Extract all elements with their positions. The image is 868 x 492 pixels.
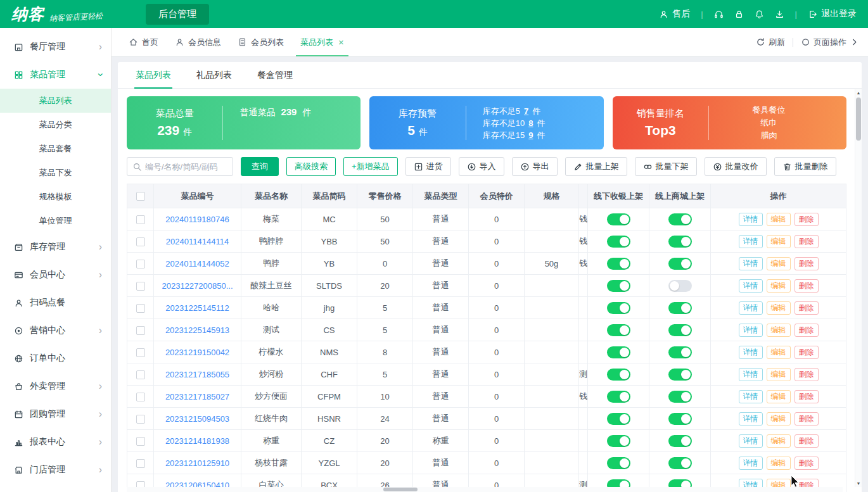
delete-button[interactable]: 删除	[795, 257, 819, 270]
row-checkbox[interactable]	[136, 260, 145, 268]
row-checkbox[interactable]	[136, 326, 145, 335]
online-mall-toggle[interactable]	[668, 369, 692, 381]
detail-button[interactable]: 详情	[739, 213, 763, 226]
content-tab-box-manage[interactable]: 餐盒管理	[256, 63, 294, 88]
scroll-down-arrow[interactable]: ▼	[855, 480, 862, 487]
edit-button[interactable]: 编辑	[767, 301, 791, 315]
vertical-scrollbar[interactable]: ▲ ▼	[855, 89, 862, 487]
delete-button[interactable]: 删除	[795, 346, 819, 359]
row-checkbox[interactable]	[136, 437, 145, 446]
online-mall-toggle[interactable]	[668, 457, 692, 469]
dish-code-link[interactable]: 20240119180746	[165, 215, 229, 224]
dish-code-link[interactable]: 20240114144114	[166, 237, 229, 246]
offline-pos-toggle[interactable]	[607, 213, 630, 225]
search-input[interactable]	[145, 162, 227, 172]
dish-code-link[interactable]: 20231215094503	[165, 414, 229, 424]
sidebar-item-dish[interactable]: 菜品管理›	[0, 61, 111, 89]
sidebar-item-report[interactable]: 报表中心›	[0, 428, 111, 456]
headset-icon[interactable]	[714, 9, 724, 19]
delete-button[interactable]: 删除	[795, 279, 819, 293]
online-mall-toggle[interactable]	[668, 413, 692, 425]
sidebar-item-store[interactable]: 门店管理›	[0, 456, 111, 484]
dish-code-link[interactable]: 20231217185055	[165, 370, 229, 379]
dish-code-link[interactable]: 20231210125910	[165, 458, 229, 468]
batch-delete-button[interactable]: 批量删除	[774, 157, 836, 176]
h-scrollbar-thumb[interactable]	[383, 488, 418, 491]
download-icon[interactable]	[775, 9, 784, 19]
offline-pos-toggle[interactable]	[607, 324, 630, 336]
edit-button[interactable]: 编辑	[767, 434, 791, 448]
offline-pos-toggle[interactable]	[607, 346, 630, 358]
sidebar-item-member[interactable]: 会员中心›	[0, 261, 111, 289]
detail-button[interactable]: 详情	[739, 324, 763, 337]
delete-button[interactable]: 删除	[795, 235, 819, 248]
sidebar-subitem-dish-combo[interactable]: 菜品套餐	[0, 137, 111, 161]
content-tab-dish-list[interactable]: 菜品列表	[134, 63, 172, 88]
sidebar-item-marketing[interactable]: 营销中心›	[0, 317, 111, 344]
logout-button[interactable]: 退出登录	[808, 8, 857, 20]
offline-pos-toggle[interactable]	[607, 435, 630, 447]
sidebar-item-takeout[interactable]: 外卖管理›	[0, 372, 111, 400]
sidebar-item-inventory[interactable]: 库存管理›	[0, 233, 111, 261]
delete-button[interactable]: 删除	[795, 457, 819, 470]
sidebar-subitem-dish-dispatch[interactable]: 菜品下发	[0, 161, 111, 185]
edit-button[interactable]: 编辑	[767, 213, 791, 226]
purchase-button[interactable]: 进货	[405, 157, 451, 176]
online-mall-toggle[interactable]	[668, 324, 692, 336]
delete-button[interactable]: 删除	[795, 368, 819, 381]
after-sales-button[interactable]: 售后	[659, 8, 690, 20]
edit-button[interactable]: 编辑	[767, 457, 791, 470]
page-ops-button[interactable]: 页面操作	[801, 37, 859, 48]
edit-button[interactable]: 编辑	[767, 279, 791, 293]
detail-button[interactable]: 详情	[739, 257, 763, 270]
row-checkbox[interactable]	[136, 282, 145, 291]
edit-button[interactable]: 编辑	[767, 346, 791, 359]
edit-button[interactable]: 编辑	[767, 368, 791, 381]
content-tab-gift-list[interactable]: 礼品列表	[195, 63, 233, 88]
sidebar-item-settings[interactable]: 系统设置›	[0, 484, 111, 492]
dish-code-link[interactable]: 20231219150042	[165, 348, 229, 357]
refresh-button[interactable]: 刷新	[756, 37, 785, 48]
offline-pos-toggle[interactable]	[607, 369, 630, 381]
bell-icon[interactable]	[755, 9, 764, 19]
edit-button[interactable]: 编辑	[767, 257, 791, 270]
stock-count-link[interactable]: 7	[524, 105, 528, 117]
search-button[interactable]: 查询	[241, 157, 279, 176]
row-checkbox[interactable]	[136, 459, 145, 468]
dish-code-link[interactable]: 20240114144052	[165, 259, 229, 268]
delete-button[interactable]: 删除	[795, 324, 819, 337]
sidebar-subitem-dish-category[interactable]: 菜品分类	[0, 113, 111, 137]
offline-pos-toggle[interactable]	[607, 457, 630, 469]
lock-icon[interactable]	[734, 9, 744, 19]
online-mall-toggle[interactable]	[668, 258, 692, 270]
sidebar-item-restaurant[interactable]: 餐厅管理›	[0, 33, 111, 61]
online-mall-toggle[interactable]	[668, 435, 692, 447]
online-mall-toggle[interactable]	[668, 236, 692, 248]
batch-on-button[interactable]: 批量上架	[565, 157, 627, 176]
dish-code-link[interactable]: 20231214181938	[165, 436, 229, 446]
horizontal-scrollbar[interactable]	[127, 487, 843, 492]
delete-button[interactable]: 删除	[795, 213, 819, 226]
stock-count-link[interactable]: 8	[528, 117, 533, 129]
offline-pos-toggle[interactable]	[607, 391, 630, 403]
add-dish-button[interactable]: +新增菜品	[343, 157, 398, 176]
sidebar-item-order[interactable]: 订单中心	[0, 344, 111, 372]
dish-code-link[interactable]: 20231225145112	[165, 303, 229, 313]
export-button[interactable]: 导出	[512, 157, 558, 176]
edit-button[interactable]: 编辑	[767, 235, 791, 248]
sidebar-item-groupbuy[interactable]: 团购管理›	[0, 400, 111, 428]
sidebar-item-scan-order[interactable]: 扫码点餐	[0, 289, 111, 317]
close-icon[interactable]: ×	[338, 37, 344, 47]
row-checkbox[interactable]	[136, 215, 145, 224]
offline-pos-toggle[interactable]	[607, 302, 630, 314]
backstage-nav-tab[interactable]: 后台管理	[146, 4, 209, 25]
normal-dish-count[interactable]: 239	[281, 106, 297, 117]
delete-button[interactable]: 删除	[795, 434, 819, 448]
import-button[interactable]: 导入	[459, 157, 504, 176]
stock-count-link[interactable]: 9	[528, 129, 533, 141]
detail-button[interactable]: 详情	[739, 368, 763, 381]
delete-button[interactable]: 删除	[795, 390, 819, 403]
dish-code-link[interactable]: 20231225145913	[165, 325, 229, 335]
dish-code-link[interactable]: 20231227200850...	[162, 281, 233, 291]
detail-button[interactable]: 详情	[739, 346, 763, 359]
